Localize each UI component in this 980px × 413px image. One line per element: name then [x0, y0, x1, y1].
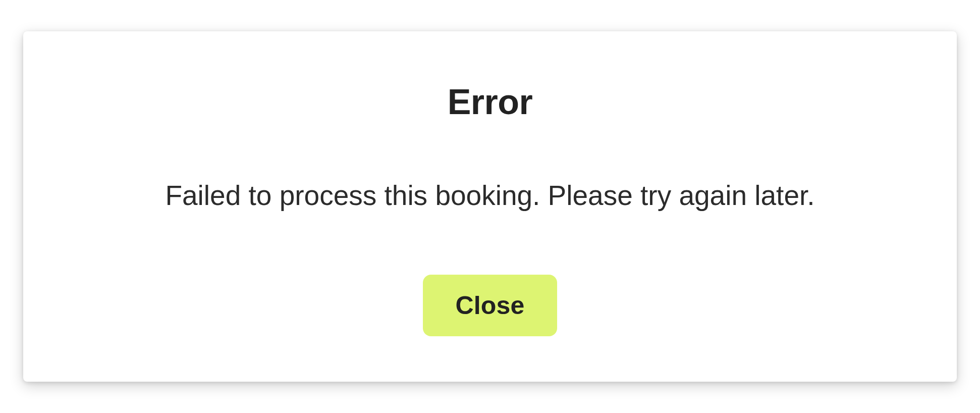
dialog-actions: Close [84, 275, 896, 336]
dialog-message: Failed to process this booking. Please t… [84, 178, 896, 214]
dialog-title: Error [84, 82, 896, 122]
error-dialog: Error Failed to process this booking. Pl… [23, 31, 957, 382]
close-button[interactable]: Close [423, 275, 557, 336]
